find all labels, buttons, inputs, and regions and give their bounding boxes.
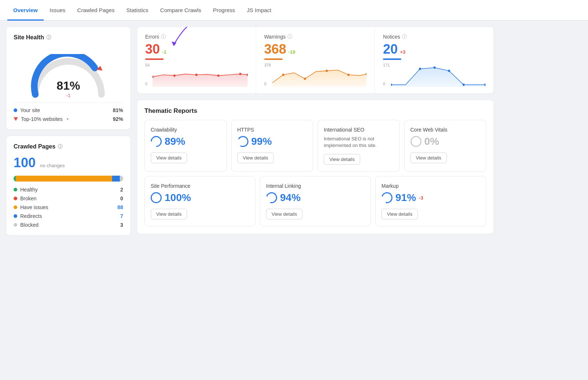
site-health-label: Site Health bbox=[14, 34, 44, 41]
report-markup-metric: 91% -3 bbox=[381, 192, 480, 204]
divider bbox=[14, 103, 123, 103]
stat-healthy: Healthy 2 bbox=[14, 187, 123, 193]
il-view-details-btn[interactable]: View details bbox=[266, 209, 302, 219]
warnings-info-icon[interactable]: ⓘ bbox=[287, 33, 292, 40]
errors-delta: -1 bbox=[162, 49, 166, 55]
report-site-performance: Site Performance 100% View details bbox=[144, 176, 255, 226]
report-markup: Markup 91% -3 View details bbox=[375, 176, 486, 226]
warnings-value: 368 bbox=[264, 42, 286, 57]
nav-overview[interactable]: Overview bbox=[7, 0, 44, 21]
legend-label-site: Your site bbox=[20, 107, 40, 113]
bar-blocked bbox=[120, 176, 123, 182]
warnings-underline bbox=[264, 58, 283, 60]
report-markup-title: Markup bbox=[381, 183, 480, 189]
dot-healthy bbox=[14, 188, 17, 191]
report-crawlability: Crawlability 89% View details bbox=[144, 120, 227, 172]
crawlability-pct: 89% bbox=[165, 136, 185, 147]
value-blocked: 3 bbox=[120, 222, 123, 228]
gauge-container: 81% -1 bbox=[14, 47, 123, 98]
svg-point-19 bbox=[448, 69, 450, 72]
value-healthy: 2 bbox=[120, 187, 123, 193]
errors-info-icon[interactable]: ⓘ bbox=[161, 33, 166, 40]
metric-errors: Errors ⓘ 30 -1 54 0 bbox=[137, 27, 256, 93]
https-view-details-btn[interactable]: View details bbox=[237, 153, 274, 163]
value-have-issues[interactable]: 88 bbox=[117, 204, 123, 210]
svg-point-4 bbox=[173, 74, 176, 77]
notices-info-icon[interactable]: ⓘ bbox=[402, 33, 407, 40]
svg-point-12 bbox=[326, 69, 328, 72]
crawled-pages-title: Crawled Pages ⓘ bbox=[14, 143, 123, 150]
cwv-pct: 0% bbox=[424, 136, 439, 147]
report-https-metric: 99% bbox=[237, 136, 307, 147]
gauge-center: 81% -1 bbox=[57, 79, 80, 98]
report-https-title: HTTPS bbox=[237, 127, 307, 133]
svg-marker-1 bbox=[172, 42, 176, 46]
thematic-reports-card: Thematic Reports Crawlability 89% View d… bbox=[137, 100, 494, 234]
gauge-delta: -1 bbox=[57, 93, 80, 98]
markup-view-details-btn[interactable]: View details bbox=[381, 209, 418, 219]
label-redirects: Redirects bbox=[20, 213, 42, 219]
sp-pct: 100% bbox=[165, 192, 191, 204]
errors-value: 30 bbox=[145, 42, 160, 57]
report-https: HTTPS 99% View details bbox=[231, 120, 313, 172]
notices-sparkline: 171 0 bbox=[383, 63, 485, 87]
cwv-view-details-btn[interactable]: View details bbox=[410, 153, 447, 163]
label-healthy: Healthy bbox=[20, 187, 37, 193]
crawled-pages-label: Crawled Pages bbox=[14, 143, 55, 150]
markup-pct: 91% bbox=[395, 192, 416, 204]
dot-blocked bbox=[14, 223, 17, 227]
dot-have-issues bbox=[14, 205, 17, 209]
label-have-issues: Have issues bbox=[20, 204, 48, 210]
label-broken: Broken bbox=[20, 196, 36, 201]
metric-warnings: Warnings ⓘ 368 -10 378 0 bbox=[256, 27, 375, 93]
nav-compare-crawls[interactable]: Compare Crawls bbox=[154, 0, 207, 21]
notices-delta: +3 bbox=[400, 49, 405, 55]
bar-redirects bbox=[112, 176, 120, 182]
report-internal-linking: Internal Linking 94% View details bbox=[260, 176, 371, 226]
chevron-down-icon[interactable]: ▾ bbox=[67, 116, 69, 122]
il-circle-icon bbox=[264, 190, 279, 205]
nav-statistics[interactable]: Statistics bbox=[121, 0, 154, 21]
crawled-pages-info-icon[interactable]: ⓘ bbox=[58, 143, 62, 150]
value-redirects[interactable]: 7 bbox=[120, 213, 123, 219]
notices-title: Notices ⓘ bbox=[383, 33, 485, 40]
svg-point-7 bbox=[239, 73, 241, 75]
dot-redirects bbox=[14, 214, 17, 218]
sp-view-details-btn[interactable]: View details bbox=[151, 209, 187, 219]
report-cwv-title: Core Web Vitals bbox=[410, 127, 480, 133]
label-blocked: Blocked bbox=[20, 222, 39, 228]
main-content: Site Health ⓘ 81% -1 bbox=[0, 21, 500, 241]
svg-marker-2 bbox=[153, 74, 248, 87]
gauge-percent: 81% bbox=[57, 79, 80, 93]
errors-title: Errors ⓘ bbox=[145, 33, 248, 40]
site-health-info-icon[interactable]: ⓘ bbox=[46, 34, 51, 41]
nav-progress[interactable]: Progress bbox=[207, 0, 241, 21]
stat-blocked: Blocked 3 bbox=[14, 222, 123, 228]
report-sp-metric: 100% bbox=[151, 192, 249, 204]
reports-grid-row1: Crawlability 89% View details HTTPS 99% … bbox=[144, 120, 486, 172]
gauge-legend: Your site 81% Top-10% websites ▾ 92% bbox=[14, 107, 123, 122]
main-nav: Overview Issues Crawled Pages Statistics… bbox=[0, 0, 588, 21]
svg-point-20 bbox=[463, 83, 465, 86]
report-il-title: Internal Linking bbox=[266, 183, 365, 189]
crawlability-view-details-btn[interactable]: View details bbox=[151, 153, 187, 163]
dot-broken bbox=[14, 197, 17, 200]
site-health-title: Site Health ⓘ bbox=[14, 34, 123, 41]
int-seo-message: International SEO is not implemented on … bbox=[324, 136, 394, 149]
warnings-delta: -10 bbox=[288, 49, 295, 55]
crawled-bar bbox=[14, 176, 123, 182]
right-column: Errors ⓘ 30 -1 54 0 bbox=[137, 26, 494, 236]
report-international-seo: International SEO International SEO is n… bbox=[318, 120, 400, 172]
int-seo-view-details-btn[interactable]: View details bbox=[324, 154, 360, 165]
svg-point-17 bbox=[419, 68, 421, 70]
nav-crawled-pages[interactable]: Crawled Pages bbox=[71, 0, 121, 21]
svg-point-5 bbox=[195, 74, 197, 76]
legend-label-top10: Top-10% websites bbox=[21, 116, 63, 122]
legend-triangle-top10 bbox=[14, 117, 18, 121]
nav-issues[interactable]: Issues bbox=[44, 0, 71, 21]
svg-marker-9 bbox=[272, 70, 367, 87]
stat-redirects: Redirects 7 bbox=[14, 213, 123, 219]
crawled-count: 100 bbox=[14, 155, 36, 170]
nav-js-impact[interactable]: JS Impact bbox=[241, 0, 277, 21]
svg-point-18 bbox=[434, 67, 436, 69]
